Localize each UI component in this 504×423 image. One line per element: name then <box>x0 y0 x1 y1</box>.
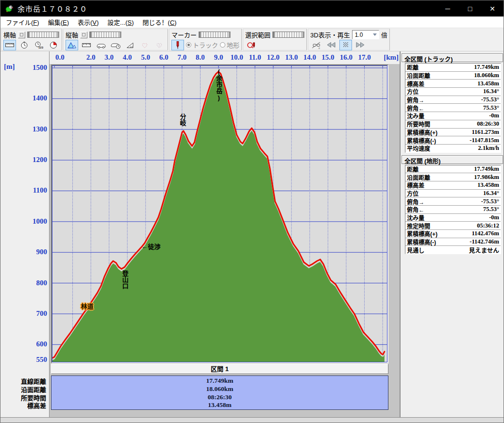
menu-edit[interactable]: 編集(E) <box>44 17 73 27</box>
minimize-button[interactable]: ─ <box>437 0 459 16</box>
chevron-down-icon <box>373 33 377 36</box>
stat-value: 18.060km <box>474 72 499 79</box>
heart-icon[interactable] <box>138 40 151 50</box>
slope-icon[interactable] <box>124 40 136 50</box>
rewind-icon[interactable] <box>325 40 337 50</box>
stat-label: 沈み量 <box>407 112 424 120</box>
stat-value: -75.53° <box>481 198 499 205</box>
clock-123-icon[interactable]: 123 <box>33 40 45 50</box>
track-stats-table: 距離17.749km沿面距離18.060km標高差13.458m方位16.34°… <box>405 63 501 153</box>
speed-icon[interactable] <box>95 40 107 50</box>
x-tick-label: 9.0 <box>214 53 223 62</box>
lasso-pen-icon[interactable] <box>245 40 258 50</box>
radio-track-circle <box>186 42 191 48</box>
elevation-plot[interactable] <box>51 65 388 363</box>
vaxis-mini-button[interactable] <box>80 32 87 38</box>
vaxis-label: 縦軸 <box>66 30 78 39</box>
x-tick-label: 14.0 <box>303 53 316 62</box>
stat-label: 沈み量 <box>407 213 424 222</box>
selection-group: 選択範囲 <box>243 29 307 50</box>
ruler-icon[interactable] <box>3 40 16 50</box>
section-row-label: 直線距離 <box>0 376 46 385</box>
x-tick-label: 13.0 <box>285 53 298 62</box>
menu-settings[interactable]: 設定...(S) <box>103 17 138 27</box>
haxis-slider[interactable] <box>27 32 59 38</box>
stat-label: 標高差 <box>407 181 424 189</box>
pie-timer-icon[interactable] <box>47 40 60 50</box>
stat-row: 沈み量-0m <box>405 112 501 120</box>
speed-unit: 倍 <box>381 30 387 39</box>
section-row-label: 沿面距離 <box>0 385 46 393</box>
stat-value: 05:36:12 <box>477 222 499 229</box>
stat-label: 推定時間 <box>407 222 430 230</box>
ruler2-icon[interactable] <box>80 40 93 50</box>
chart-pane: [m] [km] 0.02.03.04.05.06.07.08.09.010.0… <box>0 51 400 417</box>
mountain-icon[interactable] <box>66 40 78 50</box>
stat-row: 方位16.34° <box>405 190 501 198</box>
stat-label: 標高差 <box>407 80 424 88</box>
stat-row: 俯角→-75.53° <box>405 197 501 206</box>
stat-value: -75.53° <box>481 96 499 103</box>
y-tick-label: 1200 <box>13 156 47 164</box>
stat-label: 俯角→ <box>407 96 424 104</box>
stat-row: 俯角→-75.53° <box>405 96 501 104</box>
stat-label: 方位 <box>407 189 419 197</box>
stat-value: -1142.746m <box>470 238 499 245</box>
marker-slider[interactable] <box>199 32 231 38</box>
stat-row: 累積標高(-)-1147.815m <box>405 136 501 145</box>
speed-combobox[interactable]: 1.0 <box>352 30 379 39</box>
playback-group: 3D表示・再生 1.0 倍 o <box>308 29 390 50</box>
stat-value: -0m <box>489 214 499 221</box>
x-tick-label: 2.0 <box>86 53 96 62</box>
menubar: ファイル(F) 編集(E) 表示(V) 設定...(S) 閉じる！(C) <box>0 16 504 28</box>
annotation-badge: 林道 <box>81 301 94 310</box>
stat-value: 75.53° <box>483 104 499 112</box>
clock-icon[interactable] <box>18 40 31 50</box>
selection-slider[interactable] <box>272 32 304 38</box>
annotation-plain: ←徒渉 <box>142 241 161 250</box>
menu-close[interactable]: 閉じる！(C) <box>138 17 181 27</box>
titlebar: 余市岳１７０８２０ ─ □ ✕ <box>0 0 504 16</box>
y-tick-label: 1300 <box>13 125 47 133</box>
playback-label: 3D表示・再生 <box>310 30 350 39</box>
speed-clock-icon[interactable] <box>109 40 122 50</box>
radio-terrain[interactable]: 地形 <box>220 40 239 49</box>
stat-label: 方位 <box>407 87 419 96</box>
menu-file[interactable]: ファイル(F) <box>1 17 44 27</box>
section-row-label: 所要時間 <box>0 393 46 401</box>
marker-pen-icon[interactable] <box>171 40 184 50</box>
stat-value: 13.458m <box>477 80 499 87</box>
stat-label: 累積標高(-) <box>407 238 436 246</box>
stat-label: 沿面距離 <box>407 173 430 181</box>
window-title: 余市岳１７０８２０ <box>17 3 87 14</box>
stat-label: 所要時間 <box>407 120 430 128</box>
annotation-vertical: 登山口 <box>121 270 129 289</box>
menu-view[interactable]: 表示(V) <box>73 17 103 27</box>
toolbar: 横軸 123 縦軸 <box>0 28 504 51</box>
y-tick-label: 600 <box>13 340 47 348</box>
close-button[interactable]: ✕ <box>481 0 504 16</box>
x-tick-label: 15.0 <box>321 53 334 62</box>
radio-track-label: トラック <box>193 40 218 49</box>
y-tick-label: 1400 <box>13 94 47 102</box>
heart2-icon[interactable] <box>153 40 166 50</box>
forward-icon[interactable] <box>354 40 367 50</box>
haxis-mini-button[interactable] <box>18 32 25 38</box>
x-tick-label: 5.0 <box>141 53 150 62</box>
3d-view-icon[interactable]: o <box>310 40 323 50</box>
svg-text:123: 123 <box>38 46 43 49</box>
vaxis-slider[interactable] <box>89 32 121 38</box>
stat-row: 沿面距離18.060km <box>405 72 501 80</box>
section-row-value: 13.458m <box>51 401 388 409</box>
pause-grid-icon[interactable] <box>339 40 352 50</box>
maximize-button[interactable]: □ <box>459 0 481 16</box>
stat-value: 16.34° <box>483 190 499 197</box>
stat-row: 俯角←75.53° <box>405 206 501 214</box>
stat-row: 累積標高(+)1161.273m <box>405 129 501 137</box>
x-tick-label: 7.0 <box>178 53 187 62</box>
x-tick-label: 3.0 <box>104 53 114 62</box>
section-header: 区間 1 <box>51 364 388 374</box>
radio-track[interactable]: トラック <box>186 40 218 49</box>
section-row-value: 17.749km <box>51 377 388 385</box>
stat-row: 沿面距離17.986km <box>405 173 501 181</box>
